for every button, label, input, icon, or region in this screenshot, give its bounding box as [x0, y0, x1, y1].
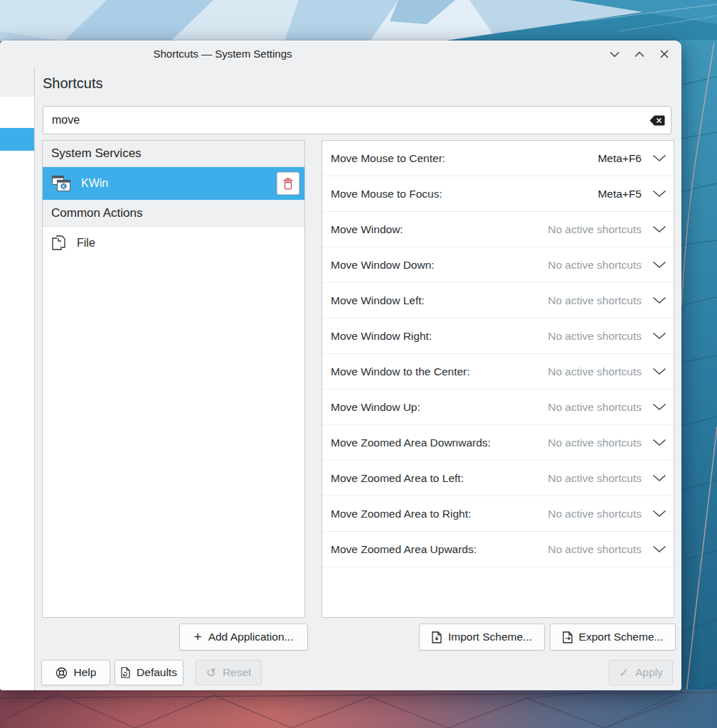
expand-row-button[interactable] — [652, 190, 666, 198]
undo-icon: ↺ — [206, 667, 216, 679]
expand-row-button[interactable] — [652, 439, 666, 446]
shortcut-value: No active shortcuts — [548, 401, 642, 414]
applications-panel: System Services K KWin — [42, 140, 305, 618]
kwin-window-icon: K — [52, 176, 70, 191]
file-pages-icon — [52, 235, 66, 251]
shortcut-label: Move Zoomed Area to Right: — [331, 508, 471, 520]
shortcut-label: Move Zoomed Area Downwards: — [331, 437, 491, 449]
shortcut-row[interactable]: Move Window Right: No active shortcuts — [322, 318, 674, 354]
chevron-down-icon — [652, 154, 666, 162]
backspace-icon — [649, 115, 665, 126]
shortcut-value: No active shortcuts — [548, 437, 642, 449]
shortcut-label: Move Mouse to Center: — [331, 152, 445, 165]
shortcut-label: Move Zoomed Area Upwards: — [331, 543, 477, 556]
expand-row-button[interactable] — [652, 368, 666, 375]
shortcut-label: Move Window Right: — [331, 330, 432, 343]
shortcut-value: No active shortcuts — [548, 543, 642, 556]
expand-row-button[interactable] — [652, 154, 666, 162]
clear-search-icon[interactable] — [648, 111, 666, 129]
shortcut-value: No active shortcuts — [548, 472, 642, 485]
defaults-label: Defaults — [137, 666, 177, 679]
app-item-kwin[interactable]: K KWin — [43, 167, 304, 200]
shortcut-row[interactable]: Move Zoomed Area to Left: No active shor… — [322, 461, 674, 496]
shortcut-row[interactable]: Move Mouse to Focus: Meta+F5 — [322, 176, 674, 212]
minimize-button[interactable] — [609, 48, 620, 60]
shortcut-row[interactable]: Move Window Up: No active shortcuts — [322, 390, 674, 425]
shortcut-value: No active shortcuts — [548, 365, 642, 378]
chevron-up-icon — [634, 51, 644, 58]
shortcut-value: No active shortcuts — [548, 259, 642, 272]
shortcut-row[interactable]: Move Mouse to Center: Meta+F6 — [322, 141, 674, 176]
shortcut-value: Meta+F5 — [598, 188, 642, 200]
page-title: Shortcuts — [43, 67, 102, 100]
remove-app-button[interactable] — [277, 172, 299, 195]
apply-button[interactable]: ✓ Apply — [609, 660, 673, 685]
search-field[interactable] — [43, 106, 671, 134]
import-scheme-label: Import Scheme... — [448, 631, 532, 643]
chevron-down-icon — [652, 368, 666, 375]
titlebar[interactable]: Shortcuts — System Settings — [0, 41, 681, 67]
export-scheme-button[interactable]: Export Scheme... — [550, 623, 676, 651]
expand-row-button[interactable] — [652, 261, 666, 269]
add-application-label: Add Application... — [208, 631, 294, 643]
app-item-label: File — [77, 237, 95, 250]
categories-sidebar-edge — [0, 97, 34, 690]
expand-row-button[interactable] — [652, 332, 666, 340]
shortcut-value: No active shortcuts — [548, 223, 642, 236]
shortcut-list: Move Mouse to Center: Meta+F6 Move Mouse… — [322, 140, 674, 618]
shortcut-row[interactable]: Move Window Down: No active shortcuts — [322, 247, 674, 283]
sidebar-selected-category[interactable] — [0, 128, 34, 151]
reset-label: Reset — [223, 666, 252, 679]
search-input[interactable] — [43, 114, 648, 127]
shortcut-row[interactable]: Move Zoomed Area Downwards: No active sh… — [322, 425, 674, 461]
help-button[interactable]: Help — [41, 660, 110, 685]
export-document-icon — [563, 631, 573, 643]
apply-label: Apply — [635, 666, 663, 679]
section-header-system-services: System Services — [43, 141, 304, 167]
maximize-button[interactable] — [634, 48, 645, 60]
close-icon — [660, 50, 669, 58]
shortcut-label: Move Window Down: — [331, 259, 435, 272]
shortcut-label: Move Window Up: — [331, 401, 420, 414]
chevron-down-icon — [610, 51, 620, 58]
expand-row-button[interactable] — [652, 510, 666, 518]
expand-row-button[interactable] — [652, 403, 666, 411]
chevron-down-icon — [652, 332, 666, 340]
shortcut-label: Move Window: — [331, 223, 403, 236]
app-item-label: KWin — [81, 177, 108, 190]
shortcut-label: Move Mouse to Focus: — [331, 188, 442, 200]
shortcut-row[interactable]: Move Zoomed Area Upwards: No active shor… — [322, 532, 674, 567]
shortcut-label: Move Window Left: — [331, 294, 425, 307]
system-settings-window: Shortcuts — System Settings Shortcuts — [0, 41, 681, 690]
shortcut-row[interactable]: Move Window: No active shortcuts — [322, 212, 674, 247]
shortcut-row[interactable]: Move Window to the Center: No active sho… — [322, 354, 674, 390]
help-lifebuoy-icon — [55, 667, 68, 679]
sidebar-separator — [34, 67, 35, 690]
shortcut-row[interactable]: Move Window Left: No active shortcuts — [322, 283, 674, 318]
chevron-down-icon — [652, 439, 666, 446]
expand-row-button[interactable] — [652, 545, 666, 553]
shortcut-label: Move Window to the Center: — [331, 365, 470, 378]
expand-row-button[interactable] — [652, 225, 666, 233]
shortcut-label: Move Zoomed Area to Left: — [331, 472, 464, 485]
reset-button[interactable]: ↺ Reset — [196, 660, 262, 685]
shortcut-value: No active shortcuts — [548, 294, 642, 307]
shortcut-value: No active shortcuts — [548, 330, 642, 343]
add-application-button[interactable]: + Add Application... — [179, 623, 308, 651]
shortcut-row[interactable]: Move Zoomed Area to Right: No active sho… — [322, 496, 674, 532]
chevron-down-icon — [652, 545, 666, 553]
expand-row-button[interactable] — [652, 296, 666, 304]
checkmark-icon: ✓ — [619, 667, 629, 679]
expand-row-button[interactable] — [652, 474, 666, 482]
shortcut-value: Meta+F6 — [598, 152, 642, 165]
shortcut-value: No active shortcuts — [548, 508, 642, 520]
close-button[interactable] — [659, 48, 670, 60]
export-scheme-label: Export Scheme... — [579, 631, 664, 643]
import-document-icon — [432, 631, 442, 643]
section-label: Common Actions — [51, 206, 143, 220]
defaults-button[interactable]: Defaults — [115, 660, 184, 685]
section-header-common-actions: Common Actions — [43, 200, 304, 227]
import-scheme-button[interactable]: Import Scheme... — [419, 623, 545, 651]
chevron-down-icon — [652, 510, 666, 518]
app-item-file[interactable]: File — [43, 227, 304, 259]
